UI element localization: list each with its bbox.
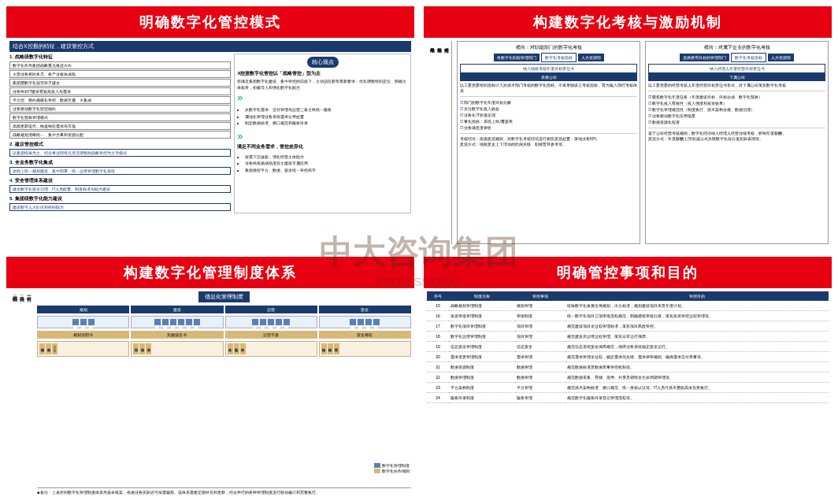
p1-item: 高频更新迭代，快速响应需求与市场: [9, 122, 231, 130]
p3-footnote: ■ 备注：上表所列数字化管理制度体系为基本框架，依据业务实际还可按需裁剪。该体系…: [37, 487, 411, 495]
p1-left-column: 1. 战略级数字化特征数字化作为集团战略重点推进方向主营业务相对多元、各产业板块…: [9, 54, 231, 213]
panel-assessment-incentive: 构建数字化考核与激励机制 考核方式考核指标考核结果 横向：对职能部门的数字化考核…: [424, 6, 832, 247]
p3-category: 规划: [37, 306, 129, 313]
table-cell: 21: [427, 362, 449, 372]
p3-detail-item: 应急预案: [234, 343, 239, 354]
p3-detail-item: 发布说明: [139, 343, 145, 354]
p3-sub-box: 验收单应急预案值班表: [225, 341, 317, 357]
table-cell: 服务目录制度: [449, 393, 515, 403]
table-cell: 统筹数字化发展全局规划，出台标准，规划建设项目库及年度计划。: [565, 301, 829, 311]
table-row: 23平台架构制度平台管理规范技术架构标准、接口规范、统一身份认证等。IT人员可技…: [427, 383, 829, 393]
p1-right-bullet: 属地化管理业务系统需求分类处置: [245, 114, 408, 120]
p1-item: 以集团统筹为主、结合事业部特点灵活调整的战略管控为主导模式: [9, 149, 231, 157]
layout-grid: 明确数字化管控模式 结合X控股的特征，建议管控方式 1. 战略级数字化特征数字化…: [0, 0, 838, 504]
table-cell: 需求变更管理制度: [449, 352, 515, 362]
sec4-title: 4. 安全管理体系建设: [9, 177, 231, 184]
p2-left-text2: 考核结论：依据奖惩规则，对数字化考核结论进行相应奖惩处置，落地业务KPI。: [460, 133, 637, 142]
p3-policy-item: 事件与问题: [268, 319, 274, 325]
table-cell: 数字化项目管理制度: [449, 321, 515, 332]
p3-detail-item: 值班表: [240, 343, 246, 354]
p3-top-label: 信息化管理制度: [198, 291, 250, 302]
table-header: 制度名称: [449, 291, 515, 301]
table-cell: 规范建设后运维过程管理。落实日常运行保障。: [565, 332, 829, 342]
table-cell: 战略规划管理制度: [449, 301, 515, 311]
p2-right-text2: 基于公司经营考核规则，数字化结论纳入经理人经营业绩考核，影响年度薪酬。: [648, 128, 825, 136]
p1-right-bullet: 业务线依据成熟度自主建设专属应用: [245, 161, 408, 167]
panel-title: 明确数字化管控模式: [6, 6, 414, 38]
p3-category-box: 运维管理变更管理事件与问题服务台资产管理: [225, 316, 317, 328]
table-cell: 数据管理: [515, 372, 565, 383]
p3-detail-item: SOP: [52, 343, 57, 354]
p3-policy-item: 灾备管理: [373, 319, 380, 325]
p3-detail-item: 指标口径: [133, 343, 139, 354]
p3-policy-item: 变更管理: [260, 319, 266, 325]
p1-item: 数字化预算管理模式: [9, 113, 231, 121]
table-cell: 平台架构制度: [449, 383, 515, 393]
p2-check-item: 业务化IT价值呈现: [460, 112, 637, 118]
p2-side-labels: 考核方式考核指标考核结果: [427, 41, 452, 244]
p2-check-item: 数字化投入有效性（投入强度和投资效果）: [648, 100, 825, 106]
p2-tag: 数字化考核指标: [541, 53, 577, 62]
table-cell: 规范数据标准及数据质量管控机制等。: [565, 362, 829, 372]
panel-title: 构建数字化考核与激励机制: [424, 6, 832, 38]
p3-side-label: 一级（方针）: [25, 293, 32, 493]
p3-category-box: 数字化战略规划投资与立项信息化年度计划: [37, 316, 129, 328]
p2-tag: 数字化考核指标: [731, 53, 766, 62]
table-row: 18数字化运维管理制度项目管理规范建设后运维过程管理。落实日常运行保障。: [427, 332, 829, 342]
table-cell: 审批制度: [515, 311, 565, 321]
table-cell: 信息安全管理制度: [449, 342, 515, 352]
p1-right-bullet: 按需下沉放权，强化经营主体能力: [245, 154, 408, 161]
sec2-title: 2. 建议管控模式: [9, 141, 231, 148]
p3-side-labels: 一级（方针）二级（办法）三级（细则）: [9, 291, 34, 495]
table-header: 管控事项: [515, 291, 565, 301]
p3-policy-item: 开发管理: [178, 319, 184, 325]
p3-category: 安全: [319, 306, 411, 313]
p1-item: 主营业务相对多元、各产业板块成熟: [9, 70, 231, 78]
p3-policy-item: 需求管理: [162, 319, 169, 325]
table-cell: 15: [427, 301, 449, 311]
sec1-title: 1. 战略级数字化特征: [9, 54, 231, 61]
table-cell: 22: [427, 372, 449, 383]
p2-check-item: 量化指标：系统上线/覆盖率: [460, 118, 637, 124]
table-cell: 19: [427, 342, 449, 352]
p3-policy-item: 服务台: [276, 319, 282, 325]
p2-tag: 选择接受目标的管理部门: [680, 54, 729, 61]
panel-governance-model: 明确数字化管控模式 结合X控股的特征，建议管控方式 1. 战略级数字化特征数字化…: [6, 6, 414, 247]
p3-policy-item: 运维管理: [252, 319, 258, 325]
table-cell: 规范数字化服务目录登记管理流程等。: [565, 393, 829, 403]
table-cell: 规范信息系统安全保障规范，保障业务系统稳定安全运行。: [565, 342, 829, 352]
p2-check-item: 业务满意度评价: [460, 124, 637, 131]
p2-right-text1: 以工委党委的经营考核人年度经营目标责任书形式，对下属公司落实数字化考核: [648, 83, 825, 88]
legend-blue: 数字化管理制度: [382, 463, 410, 468]
p2-check-item: 业务驱动数字化应用场景: [648, 113, 825, 119]
sec3-title: 3. 全业务数字化集成: [9, 159, 231, 166]
table-cell: 服务管理: [515, 393, 565, 403]
p2-right-half: 横向：对属下企业的数字化考核 选择接受目标的管理部门数字化考核指标人力资源部 纳…: [645, 41, 829, 244]
table-row: 22数据管理制度数据管理规范数据采集、存储、使用、共享及销毁全生命周期管理等。: [427, 372, 829, 383]
p1-item: 建设数字人才队伍和组织能力: [9, 203, 231, 211]
table-row: 21数据资源制度数据管理规范数据标准及数据质量管控机制等。: [427, 362, 829, 372]
table-cell: 规范技术架构标准、接口规范、统一身份认证等。IT人员可技术层面具体负责执行。: [565, 383, 829, 393]
p1-item: 健全数字化安全治理、IT人员配置、制度标准与能力建设: [9, 185, 231, 193]
p1-item: 集团层数字化领导班子健全: [9, 79, 231, 87]
p2-tag: 人力资源部: [768, 54, 794, 61]
right-title2: 满足不同业务需求，管控差异化: [237, 143, 408, 150]
p3-subcategory: 实施报告书: [131, 331, 223, 339]
p3-detail-item: 审批流程: [334, 343, 339, 354]
table-cell: 规范数据采集、存储、使用、共享及销毁全生命周期管理等。: [565, 372, 829, 383]
p1-item: 业务驱动数字化转型倾向: [9, 105, 231, 113]
table-cell: 18: [427, 332, 449, 342]
table-row: 15战略规划管理制度规划管理统筹数字化发展全局规划，出台标准，规划建设项目库及年…: [427, 301, 829, 311]
table-cell: 统一数字化项目立项审批流程规范，明确授权审批分级，落实投资管控过程管理等。: [565, 311, 829, 321]
table-cell: 数据资源制度: [449, 362, 515, 372]
p3-category-box: 网络安全数据安全权限管理灾备管理: [319, 316, 411, 328]
p3-policy-item: 数字化战略规划: [72, 319, 79, 325]
chevron-down-icon: »: [237, 92, 408, 103]
p2-right-head: 横向：对属下企业的数字化考核: [648, 44, 825, 51]
p2-left-text3: 奖惩方式：绩效奖金上下浮动的比例关联、职级晋升参考等。: [460, 142, 637, 147]
p3-category: 建设: [131, 306, 223, 313]
table-cell: 16: [427, 311, 449, 321]
panel-control-items: 明确管控事项和目的 序号制度名称管控事项管控目的 15战略规划管理制度规划管理统…: [424, 257, 832, 498]
table-row: 16投资审批管理制度审批制度统一数字化项目立项审批流程规范，明确授权审批分级，落…: [427, 311, 829, 321]
p2-left-text1: 以工委党委组织指标计入对技术部门考核的数字化指标。不再单独设立考核指标，有力融入…: [460, 83, 637, 94]
